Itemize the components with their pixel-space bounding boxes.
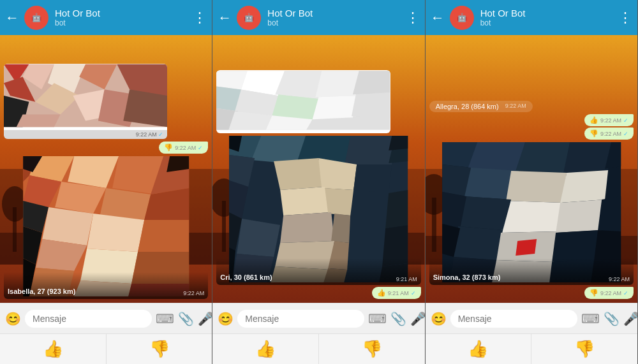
svg-marker-117 <box>560 170 608 203</box>
mic-icon-1[interactable]: 🎤 <box>198 311 212 326</box>
svg-marker-120 <box>458 196 511 230</box>
thumb-time-2: 9:21 AM <box>388 290 409 296</box>
svg-marker-112 <box>563 142 611 173</box>
svg-marker-116 <box>506 171 567 203</box>
svg-marker-68 <box>352 92 390 117</box>
message-input-2[interactable] <box>237 310 364 328</box>
header-title-3: Hot Or Bot <box>480 8 618 18</box>
like-button-1[interactable]: 👍 <box>0 334 107 364</box>
header-title-1: Hot Or Bot <box>55 8 193 18</box>
profile-caption-3: Simona, 32 (873 km) <box>429 258 634 285</box>
header-title-2: Hot Or Bot <box>267 8 405 18</box>
keyboard-icon-1[interactable]: ⌨ <box>156 311 174 326</box>
attachment-icon-2[interactable]: 📎 <box>390 311 406 326</box>
profile-caption-1: Isabella, 27 (923 km) <box>4 272 208 299</box>
keyboard-icon-3[interactable]: ⌨ <box>581 311 600 326</box>
mic-icon-3[interactable]: 🎤 <box>623 311 638 326</box>
header-info-1: Hot Or Bot bot <box>55 8 193 27</box>
like-button-3[interactable]: 👍 <box>426 334 532 364</box>
input-area-3: 😊 ⌨ 📎 🎤 <box>426 303 637 333</box>
header-3: ← 🤖 Hot Or Bot bot ⋮ <box>426 0 637 35</box>
thumb-icon-3b: 👎 <box>590 129 598 138</box>
profile-name-1: Isabella, 27 (923 km) <box>8 288 75 295</box>
svg-marker-86 <box>331 214 350 243</box>
svg-text:🤖: 🤖 <box>244 12 255 23</box>
thumb-check-3c: ✓ <box>623 290 628 296</box>
avatar-3: 🤖 <box>450 6 474 30</box>
emoji-icon-2[interactable]: 😊 <box>218 311 234 326</box>
avatar-2: 🤖 <box>237 6 261 30</box>
header-subtitle-3: bot <box>480 18 618 27</box>
profile-caption-2: Cri, 30 (861 km) <box>216 258 420 285</box>
message-input-3[interactable] <box>450 310 577 328</box>
emoji-icon-3[interactable]: 😊 <box>431 311 447 326</box>
avatar-1: 🤖 <box>24 6 48 30</box>
back-button-1[interactable]: ← <box>5 10 19 26</box>
sent-thumb-3b: 👎 9:22 AM ✓ <box>584 127 634 140</box>
svg-marker-87 <box>385 190 408 228</box>
message-input-1[interactable] <box>25 310 152 328</box>
header-subtitle-1: bot <box>55 18 193 27</box>
profile-name-2: Cri, 30 (861 km) <box>220 273 272 281</box>
attachment-icon-1[interactable]: 📎 <box>178 311 194 326</box>
dislike-button-3[interactable]: 👎 <box>531 334 637 364</box>
thumb-time-3a: 9:22 AM <box>600 117 621 124</box>
bottom-buttons-3: 👍 👎 <box>426 333 637 364</box>
sent-thumb-1: 👎 9:22 AM ✓ <box>159 142 208 154</box>
attachment-icon-3[interactable]: 📎 <box>604 311 619 326</box>
svg-marker-63 <box>353 71 390 94</box>
svg-marker-111 <box>516 142 570 173</box>
sent-thumb-3a: 👍 9:22 AM ✓ <box>584 114 634 126</box>
svg-text:🤖: 🤖 <box>31 12 42 23</box>
bottom-buttons-1: 👍 👎 <box>0 333 212 364</box>
svg-marker-80 <box>280 187 331 215</box>
chat-area-1: 9:22 AM ✓ 👎 9:22 AM ✓ <box>0 35 212 303</box>
back-button-2[interactable]: ← <box>218 10 232 26</box>
thumb-check-3a: ✓ <box>623 117 628 124</box>
profile-card-2: Cri, 30 (861 km) 9:21 AM <box>216 136 420 285</box>
sent-thumb-2: 👍 9:21 AM ✓ <box>372 287 421 299</box>
thumb-icon-3c: 👎 <box>590 289 598 297</box>
notification-text-3: Allegra, 28 (864 km) <box>436 103 499 110</box>
dislike-button-1[interactable]: 👎 <box>107 334 212 364</box>
dislike-button-2[interactable]: 👎 <box>319 334 425 364</box>
emoji-icon-1[interactable]: 😊 <box>5 311 21 326</box>
thumb-time-1: 9:22 AM <box>175 145 196 151</box>
thumb-time-3b: 9:22 AM <box>600 131 621 137</box>
thumb-icon-1: 👎 <box>164 143 173 152</box>
svg-marker-119 <box>556 200 605 233</box>
notification-3: Allegra, 28 (864 km) 9:22 AM <box>429 101 533 112</box>
svg-marker-85 <box>280 212 334 243</box>
svg-marker-62 <box>316 71 359 97</box>
header-2: ← 🤖 Hot Or Bot bot ⋮ <box>212 0 424 35</box>
like-button-2[interactable]: 👍 <box>212 334 319 364</box>
svg-marker-83 <box>353 164 392 193</box>
thumb-check-2: ✓ <box>411 290 416 296</box>
mic-icon-2[interactable]: 🎤 <box>410 311 425 326</box>
header-subtitle-2: bot <box>267 18 405 27</box>
check-1: ✓ <box>158 131 163 138</box>
bottom-buttons-2: 👍 👎 <box>212 333 424 364</box>
svg-marker-24 <box>17 115 61 127</box>
thumb-check-3b: ✓ <box>623 131 628 137</box>
more-button-2[interactable]: ⋮ <box>406 10 420 26</box>
thumb-check-1: ✓ <box>198 145 203 151</box>
profile-card-3: Simona, 32 (873 km) 9:22 AM <box>429 142 634 285</box>
more-button-1[interactable]: ⋮ <box>193 10 207 26</box>
svg-marker-125 <box>516 239 537 256</box>
header-info-2: Hot Or Bot bot <box>267 8 405 27</box>
svg-marker-23 <box>123 89 167 127</box>
svg-marker-123 <box>454 226 503 260</box>
more-button-3[interactable]: ⋮ <box>618 10 632 26</box>
header-1: ← 🤖 Hot Or Bot bot ⋮ <box>0 0 212 35</box>
svg-marker-118 <box>501 201 562 233</box>
back-button-3[interactable]: ← <box>431 10 445 26</box>
thumb-time-3c: 9:22 AM <box>600 290 621 296</box>
input-area-1: 😊 ⌨ 📎 🎤 <box>0 303 212 333</box>
svg-marker-37 <box>87 214 144 252</box>
chat-area-2: Cri, 30 (861 km) 9:21 AM 👍 9:21 AM ✓ <box>212 35 424 303</box>
svg-marker-76 <box>344 136 395 168</box>
keyboard-icon-2[interactable]: ⌨ <box>368 311 387 326</box>
svg-text:🤖: 🤖 <box>457 12 468 23</box>
svg-marker-38 <box>138 220 189 252</box>
